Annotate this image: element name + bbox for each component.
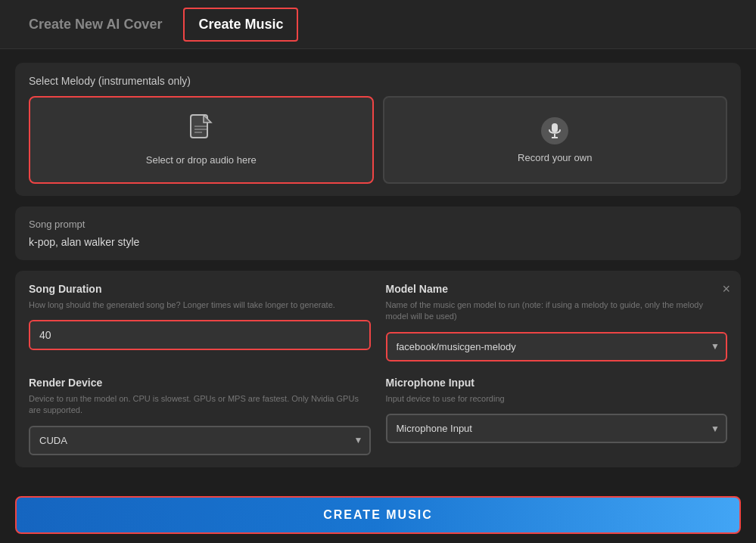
- app-container: Create New AI Cover Create Music Select …: [0, 0, 756, 543]
- melody-section-label: Select Melody (instrumentals only): [29, 75, 727, 87]
- record-audio-button[interactable]: Record your own: [383, 96, 728, 184]
- render-device-title: Render Device: [29, 377, 371, 389]
- file-icon: [190, 114, 213, 147]
- close-button[interactable]: ×: [722, 281, 730, 297]
- microphone-input-group: Microphone Input Input device to use for…: [386, 377, 728, 455]
- song-duration-group: Song Duration How long should the genera…: [29, 283, 371, 361]
- model-name-group: Model Name Name of the music gen model t…: [386, 283, 728, 361]
- svg-rect-4: [552, 123, 558, 132]
- record-audio-label: Record your own: [518, 152, 592, 163]
- model-name-select-wrapper: facebook/musicgen-melody facebook/musicg…: [386, 332, 728, 361]
- upload-audio-button[interactable]: Select or drop audio here: [29, 96, 374, 184]
- microphone-input-desc: Input device to use for recording: [386, 393, 728, 405]
- microphone-input-title: Microphone Input: [386, 377, 728, 389]
- tab-create-music[interactable]: Create Music: [183, 8, 298, 42]
- song-duration-desc: How long should the generated song be? L…: [29, 299, 371, 311]
- song-prompt-value: k-pop, alan walker style: [29, 236, 727, 248]
- melody-section-card: Select Melody (instrumentals only) Selec…: [15, 63, 741, 196]
- microphone-input-select[interactable]: Microphone Input Default System Default: [386, 414, 728, 443]
- song-prompt-card: Song prompt k-pop, alan walker style: [15, 206, 741, 260]
- settings-grid: Song Duration How long should the genera…: [29, 283, 727, 455]
- song-duration-input[interactable]: [29, 320, 371, 350]
- model-name-desc: Name of the music gen model to run (note…: [386, 299, 728, 323]
- tab-create-ai-cover[interactable]: Create New AI Cover: [15, 9, 176, 40]
- melody-options: Select or drop audio here Record your ow…: [29, 96, 727, 184]
- tab-bar: Create New AI Cover Create Music: [0, 0, 756, 49]
- render-device-group: Render Device Device to run the model on…: [29, 377, 371, 455]
- model-name-title: Model Name: [386, 283, 728, 295]
- microphone-icon: [541, 117, 568, 144]
- song-prompt-label: Song prompt: [29, 219, 727, 230]
- microphone-input-select-wrapper: Microphone Input Default System Default …: [386, 414, 728, 443]
- create-music-button[interactable]: CREATE MUSIC: [15, 496, 741, 534]
- render-device-select-wrapper: CUDA CPU MPS ▼: [29, 426, 371, 455]
- song-duration-title: Song Duration: [29, 283, 371, 295]
- settings-card: × Song Duration How long should the gene…: [15, 271, 741, 467]
- render-device-select[interactable]: CUDA CPU MPS: [29, 426, 371, 455]
- model-name-select[interactable]: facebook/musicgen-melody facebook/musicg…: [386, 332, 728, 361]
- upload-audio-label: Select or drop audio here: [146, 154, 257, 166]
- render-device-desc: Device to run the model on. CPU is slowe…: [29, 393, 371, 417]
- footer-bar: CREATE MUSIC: [0, 487, 756, 543]
- main-content: Select Melody (instrumentals only) Selec…: [0, 49, 756, 487]
